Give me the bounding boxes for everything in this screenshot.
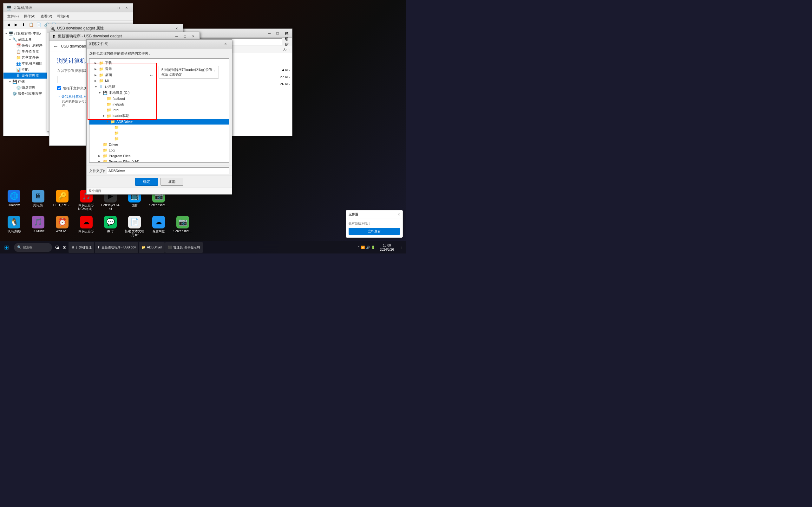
taskbar-app-adbdriver[interactable]: 📁 ADBDriver [139,242,164,253]
desktop-icon-wangyi[interactable]: ☁ 网易云音乐 [75,215,98,238]
adbdriver-minimize[interactable]: ─ [265,31,273,36]
browse-tree-this-pc[interactable]: ▼ 🖥 此电脑 [90,83,229,90]
toolbar-forward[interactable]: ▶ [12,21,19,28]
browse-folder-titlebar[interactable]: 浏览文件夹 × [87,40,232,49]
notification-header: 元界通 × [346,210,403,219]
browse-tree-inetpub[interactable]: 📁 inetpub [90,101,229,107]
desktop-icon-baidu-pan[interactable]: ☁ 百度网盘 [147,215,170,238]
comp-mgmt-title: 计算机管理 [13,5,104,10]
tray-volume-icon[interactable]: 🔊 [366,245,370,249]
browse-tree-driver[interactable]: 📁 Driver [90,142,229,147]
browse-folder-controls: × [222,41,229,47]
browse-tree-adbdriver[interactable]: ▼ 📁 ADBDriver [90,119,229,124]
desktop-icon-heu-kms[interactable]: 🔑 HEU_KMS... [51,188,73,212]
taskbar-chat-button[interactable]: ✉ [61,241,68,254]
taskbar-app-update-driver[interactable]: ⬆ 更新驱动程序 - USB dov [95,242,138,253]
desktop: 🖥️ 计算机管理 ─ □ × 文件(F) 操作(A) 查看(V) 帮助(H) ◀… [0,0,406,253]
desktop-icon-wechat[interactable]: 💬 微信 [99,215,122,238]
desktop-icon-qqpcmgr[interactable]: 🐧 QQ电脑版 [3,215,26,238]
taskbar-start-button[interactable]: ⊞ [0,241,13,254]
browse-tree-i386[interactable]: 📁 i386 [90,130,229,136]
youku-label: 优酷 [131,204,138,207]
browse-tree-bin[interactable]: 📁 bin [90,136,229,142]
desktop-icon-screenshot1[interactable]: 📷 Screenshot... [171,215,194,238]
taskbar-widgets-button[interactable]: 🌤 [53,241,61,254]
browse-tree-download[interactable]: ▶ 📁 下载 [90,60,229,66]
adbdriver-detail-button[interactable]: 详细信息 [283,38,290,45]
browse-filename-input[interactable] [107,167,229,174]
browse-tree-desktop[interactable]: ▶ 📁 桌面 [90,72,229,78]
notification-close-button[interactable]: × [398,212,400,217]
browse-tree-amd64[interactable]: 📁 amd64 [90,124,229,130]
browse-tree-program-files-x86[interactable]: ▶ 📁 Program Files (x86) [90,159,229,163]
comp-mgmt-titlebar[interactable]: 🖥️ 计算机管理 ─ □ × [3,3,133,12]
menu-help[interactable]: 帮助(H) [55,13,71,20]
browse-confirm-button[interactable]: 确定 [135,178,158,186]
menu-file[interactable]: 文件(F) [5,13,21,20]
taskbar-date-display: 2024/5/26 [380,247,394,251]
comp-mgmt-controls: ─ □ × [106,5,131,11]
toolbar-back[interactable]: ◀ [5,21,12,28]
screenshot2-label: Screenshot... [149,204,168,207]
toolbar-paste[interactable]: 📄 [35,21,42,28]
update-driver-minimize[interactable]: ─ [173,34,181,39]
browse-tree-intel[interactable]: 📁 Intel [90,107,229,113]
toolbar-up[interactable]: ⬆ [20,21,27,28]
menu-view[interactable]: 查看(V) [38,13,55,20]
browse-folder-tree[interactable]: ▶ 📁 下载 ▶ 📁 音乐 ▶ 📁 桌面 ▶ [89,58,229,163]
notification-popup: 元界通 × 你有新版本哦！ 立即查看 [346,210,403,238]
folder-icon-download: 📁 [99,61,104,65]
update-driver-maximize[interactable]: □ [181,34,189,39]
browse-tree-music[interactable]: ▶ 📁 音乐 [90,66,229,72]
notification-message: 你有新版本哦！ [349,222,400,226]
browse-cancel-button[interactable]: 取消 [160,178,183,186]
browse-folder-close-button[interactable]: × [222,41,229,47]
desktop-icon-xinview[interactable]: 🌐 XinView [3,188,26,212]
desktop-icon-textfile[interactable]: 📄 新建 文本文档 (2).txt [123,215,146,238]
tray-expand-icon[interactable]: ^ [358,245,360,249]
browse-tree-log[interactable]: 📁 Log [90,147,229,153]
taskbar-app-computer-mgmt[interactable]: 🖥 计算机管理 [68,242,94,253]
show-desktop-button[interactable]: | [397,241,406,254]
browse-tree-program-files[interactable]: ▶ 📁 Program Files [90,153,229,159]
browse-tree-loader[interactable]: ▼ 📁 loader驱动 [90,113,229,119]
taskbar-app-update-driver-icon: ⬆ [97,245,100,249]
taskbar-app-comp-mgmt-icon: 🖥 [71,245,74,249]
minimize-button[interactable]: ─ [106,5,114,11]
taskbar-search-box[interactable]: 🔍 搜索框 [14,243,52,252]
adbdriver-maximize[interactable]: □ [274,31,281,36]
heu-kms-icon: 🔑 [56,190,68,203]
notification-action-button[interactable]: 立即查看 [349,228,400,235]
maximize-button[interactable]: □ [114,5,122,11]
menu-action[interactable]: 操作(A) [21,13,38,20]
browse-tree-fastboot[interactable]: 📁 fastboot [90,96,229,101]
desktop-icon-lx-music[interactable]: 🎵 LX Music [27,215,49,238]
folder-icon-fastboot: 📁 [107,96,112,101]
desktop-icon-this-pc[interactable]: 🖥 此电脑 [27,188,49,212]
qqpcmgr-icon: 🐧 [8,216,20,228]
this-pc-label: 此电脑 [33,204,43,207]
wait-icon: ⏰ [56,216,68,228]
usb-props-close-button[interactable]: × [173,26,181,32]
taskbar-time-display: 15:00 [380,243,394,247]
close-button[interactable]: × [123,5,131,11]
desktop-icon-wait[interactable]: ⏰ Wait To... [51,215,73,238]
taskbar-app-cmd[interactable]: ⬛ 管理员: 命令提示符 [165,242,203,253]
taskbar-clock[interactable]: 15:00 2024/5/26 [377,243,397,251]
browse-folder-title: 浏览文件夹 [89,41,220,47]
folder-icon-program-files: 📁 [103,154,108,158]
wangyi-label: 网易云音乐 [78,229,94,233]
update-driver-close[interactable]: × [189,34,197,39]
tray-network-icon[interactable]: 📶 [361,245,365,249]
taskbar-app-update-driver-label: 更新驱动程序 - USB dov [101,245,136,250]
tray-battery-icon[interactable]: 🔋 [371,245,375,249]
screenshot1-icon: 📷 [176,216,189,228]
browse-tree-local-disk-c[interactable]: ▼ 💾 本地磁盘 (C:) [90,90,229,96]
include-subfolders-checkbox[interactable] [57,86,61,90]
taskbar-tray: ^ 📶 🔊 🔋 [356,245,377,249]
update-driver-back-button[interactable]: ← [53,43,58,49]
taskbar: ⊞ 🔍 搜索框 🌤 ✉ 🖥 计算机管理 ⬆ 更新驱动程序 - USB dov 📁… [0,241,406,253]
textfile-label: 新建 文本文档 (2).txt [124,229,145,237]
browse-tree-mi[interactable]: ▶ 📁 Mi [90,78,229,83]
toolbar-copy[interactable]: 📋 [28,21,35,28]
